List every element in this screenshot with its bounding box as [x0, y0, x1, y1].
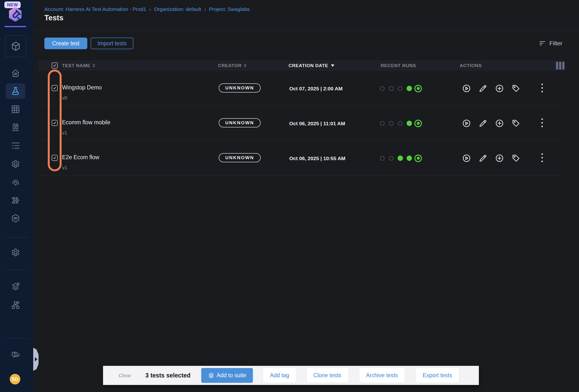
test-name-link[interactable]: Wingstop Demo	[62, 84, 102, 91]
sidebar-item-harness-platform[interactable]	[6, 211, 25, 226]
harness-ai-test-logo-icon[interactable]	[7, 6, 23, 24]
edit-test-button[interactable]	[478, 84, 488, 93]
column-header-test-name[interactable]: TEST NAME	[62, 60, 95, 71]
chevron-right-icon	[35, 357, 37, 361]
run-status-dot-pass[interactable]	[405, 84, 414, 93]
run-status-dot-empty[interactable]	[396, 84, 405, 93]
export-tests-button[interactable]: Export tests	[416, 368, 459, 383]
column-header-recent-runs: RECENT RUNS	[381, 60, 416, 71]
tag-icon	[511, 84, 520, 93]
play-circle-icon	[462, 84, 471, 93]
checklist-icon	[11, 141, 20, 150]
table-row: E2e Ecom flow v1 UNKNOWN Oct 06, 2025 | …	[33, 141, 579, 176]
tag-test-button[interactable]	[511, 84, 520, 93]
sidebar-item-infrastructure[interactable]	[6, 297, 25, 313]
run-status-dot-empty[interactable]	[387, 119, 396, 128]
run-test-button[interactable]	[462, 119, 471, 128]
edit-test-button[interactable]	[478, 119, 488, 128]
sidebar-item-checklist[interactable]	[6, 138, 25, 153]
sidebar-item-settings-project[interactable]	[6, 157, 25, 172]
sidebar-item-workflow[interactable]	[6, 193, 25, 208]
create-test-button[interactable]: Create test	[44, 38, 87, 49]
chevron-right-icon: ›	[149, 6, 151, 12]
chevron-right-icon: ›	[204, 6, 206, 12]
run-test-button[interactable]	[462, 84, 471, 93]
column-header-creation-date[interactable]: CREATION DATE	[289, 60, 334, 71]
row-actions	[462, 106, 520, 141]
run-status-dot-empty[interactable]	[396, 119, 405, 128]
run-status-dot-empty[interactable]	[387, 154, 396, 163]
clone-tests-button[interactable]: Clone tests	[307, 368, 348, 383]
plus-circle-icon	[495, 84, 504, 93]
recent-runs	[378, 141, 423, 176]
select-all-checkbox[interactable]	[52, 62, 58, 68]
selection-bar: Clear 3 tests selected Add to suite Add …	[103, 366, 479, 385]
filter-button[interactable]: Filter	[539, 38, 562, 49]
sidebar-divider	[5, 270, 28, 270]
test-name-link[interactable]: Ecomm flow mobile	[62, 119, 110, 126]
breadcrumb-organization[interactable]: Organization: default	[154, 6, 201, 12]
sidebar-item-test-tubes[interactable]	[6, 119, 25, 135]
archive-tests-button[interactable]: Archive tests	[359, 368, 405, 383]
breadcrumb-account[interactable]: Account: Harness AI Test Automation - Pr…	[44, 6, 146, 12]
play-circle-icon	[462, 154, 471, 163]
sidebar-item-incognito[interactable]	[6, 174, 25, 190]
sidebar-item-module-switcher[interactable]	[5, 35, 26, 57]
more-actions-button[interactable]	[539, 118, 545, 128]
breadcrumb-project[interactable]: Project: Swaglabs	[209, 6, 250, 12]
add-to-suite-button[interactable]	[495, 84, 504, 93]
gear-icon	[11, 160, 20, 169]
add-to-suite-button[interactable]	[495, 119, 504, 128]
column-settings-icon[interactable]	[556, 62, 565, 69]
more-actions-button[interactable]	[539, 153, 545, 163]
row-actions	[462, 141, 520, 176]
test-version-label: v1	[62, 130, 67, 136]
sidebar-item-environments[interactable]	[6, 279, 25, 294]
layers-icon	[208, 372, 214, 379]
column-header-actions: ACTIONS	[460, 60, 482, 71]
run-status-dot-pass[interactable]	[405, 154, 414, 163]
row-actions	[462, 71, 520, 106]
run-test-button[interactable]	[462, 154, 471, 163]
sidebar-item-home[interactable]	[6, 65, 25, 81]
logo-underline	[4, 26, 26, 27]
run-status-dot-pass-latest[interactable]	[414, 154, 423, 163]
tag-test-button[interactable]	[511, 154, 520, 163]
app: NEW	[0, 0, 579, 392]
row-checkbox[interactable]	[52, 120, 58, 126]
check-icon	[53, 121, 57, 125]
row-checkbox[interactable]	[52, 85, 58, 91]
sidebar-item-grid[interactable]	[6, 102, 25, 117]
sidebar-item-account-settings[interactable]	[6, 245, 25, 260]
table-row: Wingstop Demo v0 UNKNOWN Oct 07, 2025 | …	[33, 71, 579, 106]
pencil-icon	[478, 119, 488, 128]
tag-test-button[interactable]	[511, 119, 520, 128]
add-to-suite-button[interactable]: Add to suite	[201, 368, 253, 383]
run-status-dot-pass-latest[interactable]	[414, 119, 423, 128]
run-status-dot-empty[interactable]	[387, 84, 396, 93]
sidebar-item-tests[interactable]	[6, 83, 25, 99]
import-tests-button[interactable]: Import tests	[91, 38, 133, 49]
add-to-suite-button[interactable]	[495, 154, 504, 163]
page-title: Tests	[44, 14, 64, 22]
tag-icon	[511, 119, 520, 128]
tag-icon	[511, 154, 520, 163]
test-version-label: v0	[62, 95, 67, 101]
more-actions-button[interactable]	[539, 83, 545, 93]
row-checkbox[interactable]	[52, 155, 58, 161]
test-name-link[interactable]: E2e Ecom flow	[62, 154, 99, 161]
add-tag-button[interactable]: Add tag	[263, 368, 296, 383]
pencil-icon	[478, 154, 488, 163]
user-avatar[interactable]: SD	[10, 374, 20, 385]
run-status-dot-empty[interactable]	[378, 154, 387, 163]
run-status-dot-empty[interactable]	[378, 119, 387, 128]
column-header-creator[interactable]: CREATOR	[218, 60, 246, 71]
edit-test-button[interactable]	[478, 154, 488, 163]
run-status-dot-empty[interactable]	[378, 84, 387, 93]
run-status-dot-pass[interactable]	[396, 154, 405, 163]
run-status-dot-pass[interactable]	[405, 119, 414, 128]
run-status-dot-pass-latest[interactable]	[414, 84, 423, 93]
sidebar-divider	[5, 338, 28, 339]
clear-selection-button[interactable]: Clear	[119, 373, 131, 378]
sidebar-item-help[interactable]	[6, 348, 25, 363]
